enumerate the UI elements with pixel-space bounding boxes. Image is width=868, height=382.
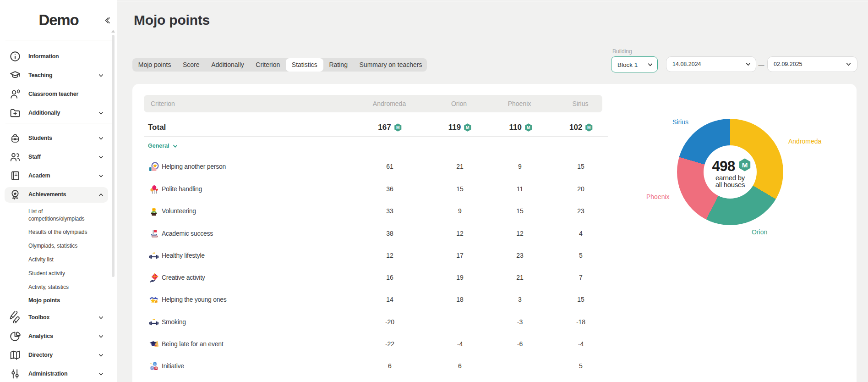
svg-text:M: M	[742, 161, 748, 169]
svg-text:M: M	[396, 125, 400, 130]
svg-text:M: M	[587, 125, 591, 130]
svg-text:2: 2	[151, 366, 153, 370]
svg-text:M: M	[527, 125, 530, 130]
svg-text:M: M	[466, 125, 469, 130]
svg-text:1: 1	[154, 362, 156, 365]
svg-text:3: 3	[155, 366, 157, 370]
